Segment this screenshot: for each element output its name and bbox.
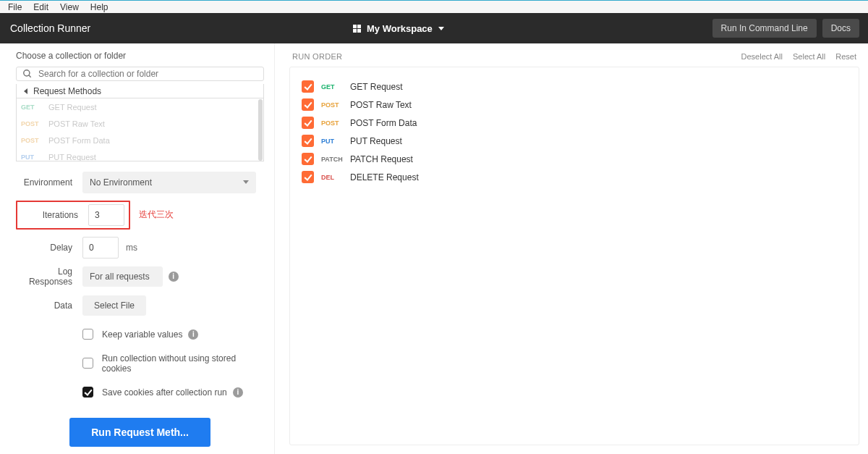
run-order-row[interactable]: PUTPUT Request bbox=[302, 132, 847, 150]
delay-input[interactable]: 0 bbox=[82, 237, 119, 258]
row-checkbox[interactable] bbox=[302, 153, 314, 165]
run-order-header: RUN ORDER Deselect All Select All Reset bbox=[289, 52, 859, 61]
list-item-label: POST Form Data bbox=[48, 136, 110, 145]
delay-unit: ms bbox=[126, 243, 137, 253]
chevron-down-icon bbox=[438, 27, 444, 30]
app-toolbar: Collection Runner My Workspace Run In Co… bbox=[0, 13, 868, 43]
workspace-switcher[interactable]: My Workspace bbox=[353, 23, 444, 34]
menu-edit[interactable]: Edit bbox=[27, 1, 54, 13]
run-order-row[interactable]: PATCHPATCH Request bbox=[302, 150, 847, 168]
no-cookies-checkbox[interactable] bbox=[82, 358, 93, 369]
run-order-title: RUN ORDER bbox=[292, 52, 342, 61]
info-icon[interactable]: i bbox=[169, 272, 179, 282]
run-order-row[interactable]: POSTPOST Form Data bbox=[302, 114, 847, 132]
method-badge: DEL bbox=[321, 174, 350, 181]
method-badge: GET bbox=[21, 104, 48, 111]
row-label: PATCH Request bbox=[350, 154, 413, 164]
docs-button[interactable]: Docs bbox=[822, 19, 859, 38]
row-checkbox[interactable] bbox=[302, 135, 314, 147]
row-label: PUT Request bbox=[350, 136, 402, 146]
method-badge: PUT bbox=[321, 138, 350, 145]
env-label: Environment bbox=[16, 177, 72, 188]
method-badge: PATCH bbox=[321, 156, 350, 163]
list-item-label: PUT Request bbox=[48, 153, 96, 161]
select-file-button[interactable]: Select File bbox=[82, 295, 146, 316]
iterations-annotation: 迭代三次 bbox=[139, 209, 174, 221]
run-cmd-button[interactable]: Run In Command Line bbox=[712, 19, 817, 38]
menu-file[interactable]: File bbox=[2, 1, 27, 13]
select-all-link[interactable]: Select All bbox=[793, 52, 825, 61]
info-icon[interactable]: i bbox=[188, 329, 198, 340]
list-item-label: POST Raw Text bbox=[48, 119, 105, 128]
collection-request-list: GETGET Request POSTPOST Raw Text POSTPOS… bbox=[16, 98, 264, 161]
iterations-input[interactable]: 3 bbox=[88, 204, 124, 226]
no-cookies-label: Run collection without using stored cook… bbox=[102, 353, 264, 374]
chevron-left-icon bbox=[24, 88, 27, 94]
workspace-name: My Workspace bbox=[367, 23, 433, 34]
collection-crumb[interactable]: Request Methods bbox=[16, 84, 264, 98]
search-input[interactable] bbox=[38, 69, 258, 79]
info-icon[interactable]: i bbox=[233, 387, 243, 398]
page-title: Collection Runner bbox=[10, 22, 90, 34]
run-order-row[interactable]: GETGET Request bbox=[302, 77, 847, 96]
right-pane: RUN ORDER Deselect All Select All Reset … bbox=[275, 43, 868, 454]
keep-vars-checkbox[interactable] bbox=[82, 329, 93, 340]
log-responses-select[interactable]: For all requests bbox=[82, 266, 163, 287]
run-collection-button[interactable]: Run Request Meth... bbox=[69, 418, 210, 447]
iterations-label: Iterations bbox=[22, 210, 78, 220]
list-item[interactable]: POSTPOST Form Data bbox=[17, 132, 263, 148]
row-checkbox[interactable] bbox=[302, 98, 314, 111]
data-label: Data bbox=[16, 300, 72, 311]
method-badge: GET bbox=[321, 83, 350, 91]
method-badge: POST bbox=[21, 137, 48, 144]
row-checkbox[interactable] bbox=[302, 80, 314, 93]
menu-help[interactable]: Help bbox=[85, 1, 114, 13]
svg-line-1 bbox=[29, 75, 31, 77]
method-badge: POST bbox=[21, 120, 48, 127]
menubar: File Edit View Help bbox=[0, 0, 868, 13]
left-pane: Choose a collection or folder Request Me… bbox=[0, 43, 275, 454]
row-label: POST Form Data bbox=[350, 118, 417, 128]
row-checkbox[interactable] bbox=[302, 117, 314, 129]
log-value: For all requests bbox=[90, 272, 150, 282]
chevron-down-icon bbox=[243, 180, 249, 184]
save-cookies-checkbox[interactable] bbox=[82, 387, 93, 398]
method-badge: POST bbox=[321, 101, 350, 109]
row-label: POST Raw Text bbox=[350, 100, 412, 110]
deselect-all-link[interactable]: Deselect All bbox=[741, 52, 783, 61]
grid-icon bbox=[353, 25, 361, 33]
list-item[interactable]: POSTPOST Raw Text bbox=[17, 115, 263, 132]
scrollbar[interactable] bbox=[258, 99, 263, 161]
row-label: GET Request bbox=[350, 82, 402, 92]
crumb-label: Request Methods bbox=[33, 86, 101, 96]
run-order-row[interactable]: POSTPOST Raw Text bbox=[302, 96, 847, 114]
run-settings: Environment No Environment Iterations 3 … bbox=[16, 172, 264, 447]
main-area: Choose a collection or folder Request Me… bbox=[0, 43, 868, 454]
list-item[interactable]: GETGET Request bbox=[17, 98, 263, 115]
list-item-label: GET Request bbox=[48, 103, 96, 112]
search-icon bbox=[22, 69, 33, 79]
menu-view[interactable]: View bbox=[54, 1, 85, 13]
keep-vars-label: Keep variable values bbox=[102, 329, 182, 340]
run-order-panel: GETGET Request POSTPOST Raw Text POSTPOS… bbox=[289, 67, 859, 445]
row-checkbox[interactable] bbox=[302, 171, 314, 183]
iterations-highlight: Iterations 3 bbox=[16, 201, 130, 230]
list-item[interactable]: PUTPUT Request bbox=[17, 148, 263, 161]
method-badge: POST bbox=[321, 119, 350, 127]
environment-select[interactable]: No Environment bbox=[82, 172, 256, 193]
environment-value: No Environment bbox=[90, 177, 152, 188]
log-label: Log Responses bbox=[16, 266, 72, 287]
left-heading: Choose a collection or folder bbox=[16, 51, 264, 61]
delay-label: Delay bbox=[16, 243, 72, 253]
method-badge: PUT bbox=[21, 154, 48, 161]
run-order-row[interactable]: DELDELETE Request bbox=[302, 168, 847, 186]
row-label: DELETE Request bbox=[350, 172, 419, 182]
svg-point-0 bbox=[24, 70, 30, 76]
collection-search[interactable] bbox=[16, 67, 264, 81]
save-cookies-label: Save cookies after collection run bbox=[102, 387, 227, 398]
reset-link[interactable]: Reset bbox=[835, 52, 856, 61]
